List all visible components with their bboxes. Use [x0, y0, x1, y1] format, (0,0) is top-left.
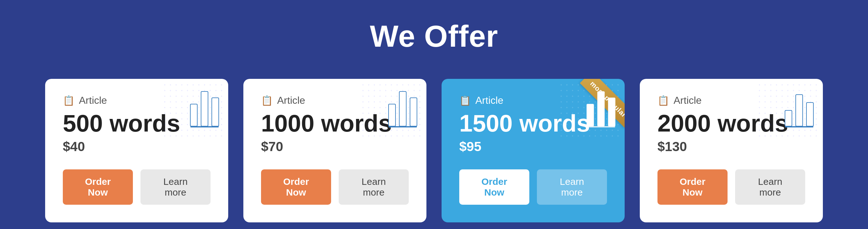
- page-title: We Offer: [0, 19, 868, 54]
- learn-more-button-1500[interactable]: Learn more: [537, 169, 607, 205]
- card-1000-buttons: Order Now Learn more: [261, 169, 409, 205]
- order-now-button-1500[interactable]: Order Now: [459, 169, 529, 205]
- svg-rect-14: [806, 102, 813, 126]
- card-2000-label: 📋 Article: [657, 95, 702, 106]
- article-icon-2000: 📋: [657, 95, 669, 106]
- chart-icon-1000: [385, 85, 420, 129]
- learn-more-button-2000[interactable]: Learn more: [735, 169, 805, 205]
- card-1000-label: 📋 Article: [261, 95, 305, 106]
- svg-rect-10: [608, 98, 615, 126]
- card-1500-label: 📋 Article: [459, 95, 503, 106]
- card-500-buttons: Order Now Learn more: [63, 169, 211, 205]
- card-1000-price: $70: [261, 139, 409, 154]
- svg-rect-13: [796, 95, 803, 126]
- card-1000: 📋 Article 1000 words $70 Order Now Learn…: [243, 79, 427, 222]
- order-now-button-2000[interactable]: Order Now: [657, 169, 727, 205]
- chart-icon-2000: [782, 85, 816, 129]
- svg-rect-12: [785, 110, 792, 126]
- svg-rect-0: [190, 104, 197, 126]
- svg-rect-6: [410, 98, 417, 126]
- svg-rect-9: [597, 92, 604, 126]
- card-500: 📋 Article 500 words $40 Order Now Learn …: [45, 79, 228, 222]
- card-500-price: $40: [63, 139, 211, 154]
- article-icon-500: 📋: [63, 95, 74, 106]
- svg-rect-15: [785, 126, 813, 127]
- chart-icon-1500: [584, 85, 618, 129]
- learn-more-button-1000[interactable]: Learn more: [339, 169, 409, 205]
- svg-rect-11: [587, 126, 615, 127]
- svg-rect-7: [389, 126, 417, 127]
- card-2000: 📋 Article 2000 words $130 Order Now Lear…: [640, 79, 823, 222]
- card-1500-price: $95: [459, 139, 607, 154]
- order-now-button-500[interactable]: Order Now: [63, 169, 133, 205]
- card-500-label: 📋 Article: [63, 95, 107, 106]
- learn-more-button-500[interactable]: Learn more: [141, 169, 211, 205]
- card-2000-buttons: Order Now Learn more: [657, 169, 805, 205]
- card-2000-price: $130: [657, 139, 805, 154]
- svg-rect-3: [190, 126, 219, 127]
- svg-rect-5: [399, 92, 406, 126]
- chart-icon-500: [187, 85, 222, 129]
- card-1500: most popular 📋 Article 1500 words $95 Or…: [441, 79, 625, 222]
- svg-rect-8: [587, 104, 594, 126]
- svg-rect-1: [201, 92, 208, 126]
- svg-rect-4: [389, 104, 396, 126]
- page-header: We Offer: [0, 0, 868, 79]
- cards-section: 📋 Article 500 words $40 Order Now Learn …: [0, 79, 868, 229]
- svg-rect-2: [212, 98, 219, 126]
- article-icon-1000: 📋: [261, 95, 273, 106]
- article-icon-1500: 📋: [459, 95, 471, 106]
- card-1500-buttons: Order Now Learn more: [459, 169, 607, 205]
- order-now-button-1000[interactable]: Order Now: [261, 169, 331, 205]
